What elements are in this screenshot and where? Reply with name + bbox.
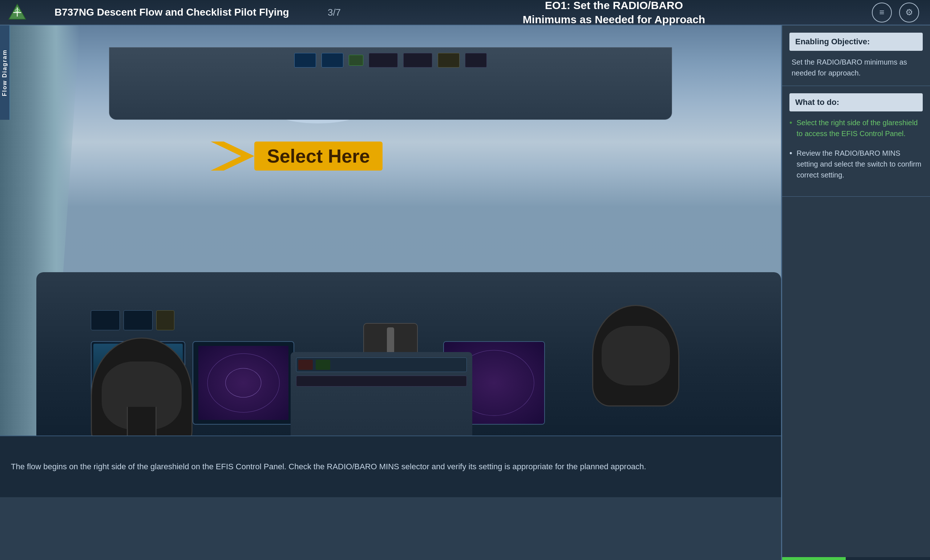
- what-to-do-section: What to do: • Select the right side of t…: [782, 86, 930, 197]
- header-icons: ≡ ⚙: [872, 3, 930, 23]
- logo-area: [0, 3, 51, 23]
- sidebar-tab-label: Flow Diagram: [2, 49, 8, 96]
- bullet-text-1: Select the right side of the glareshield…: [797, 117, 923, 139]
- bullet-item-1: • Select the right side of the glareshie…: [790, 117, 923, 139]
- bullet-item-2: • Review the RADIO/BARO MINS setting and…: [790, 148, 923, 180]
- enabling-objective-body: Set the RADIO/BARO minimums as needed fo…: [790, 57, 923, 78]
- svg-text:«: «: [223, 151, 228, 159]
- header: B737NG Descent Flow and Checklist Pilot …: [0, 0, 930, 25]
- menu-button[interactable]: ≡: [872, 3, 892, 23]
- yoke-right: [592, 305, 679, 407]
- select-here-label: Select Here: [267, 145, 370, 167]
- bottom-caption-text: The flow begins on the right side of the…: [11, 460, 646, 473]
- settings-icon: ⚙: [905, 7, 913, 17]
- mfd-inner: [199, 346, 288, 420]
- overhead-panel: [109, 47, 672, 120]
- progress-bar-fill: [782, 557, 846, 560]
- mfd-display: [192, 341, 294, 425]
- menu-icon: ≡: [879, 7, 884, 17]
- eo-title-line2: Minimums as Needed for Approach: [523, 14, 705, 25]
- app-title: B737NG Descent Flow and Checklist Pilot …: [54, 6, 289, 18]
- page-counter: 3/7: [328, 7, 341, 18]
- settings-button[interactable]: ⚙: [899, 3, 919, 23]
- what-to-do-header: What to do:: [790, 93, 923, 111]
- select-here-arrow-icon: «: [211, 141, 254, 170]
- select-here-callout[interactable]: « Select Here: [211, 141, 383, 170]
- right-panel: Enabling Objective: Set the RADIO/BARO m…: [781, 25, 930, 560]
- bullet-dot-1: •: [790, 118, 792, 127]
- cockpit-structure: [0, 25, 781, 497]
- bullet-text-2: Review the RADIO/BARO MINS setting and s…: [797, 148, 923, 180]
- sidebar-tab[interactable]: Flow Diagram: [0, 25, 10, 120]
- cockpit-area[interactable]: « Select Here The flow begins on the rig…: [0, 25, 781, 497]
- title-area: B737NG Descent Flow and Checklist Pilot …: [51, 6, 313, 18]
- eo-title-area: EO1: Set the RADIO/BARO Minimums as Need…: [356, 0, 872, 26]
- bottom-caption-area: The flow begins on the right side of the…: [0, 436, 781, 497]
- enabling-objective-section: Enabling Objective: Set the RADIO/BARO m…: [782, 25, 930, 86]
- page-counter-area: 3/7: [313, 7, 356, 18]
- eo-title: EO1: Set the RADIO/BARO Minimums as Need…: [356, 0, 872, 26]
- logo-icon: [7, 3, 27, 23]
- select-here-text-box: Select Here: [254, 141, 383, 170]
- progress-bar-container: [782, 557, 930, 560]
- svg-marker-4: [219, 148, 246, 164]
- bullet-dot-2: •: [790, 149, 792, 158]
- eo-title-line1: EO1: Set the RADIO/BARO: [545, 0, 683, 11]
- enabling-objective-header: Enabling Objective:: [790, 33, 923, 51]
